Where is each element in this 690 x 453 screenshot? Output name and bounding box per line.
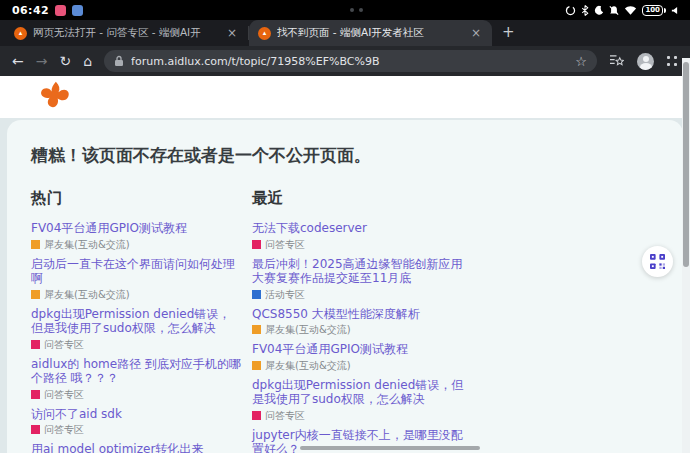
topic-link[interactable]: FV04平台通用GPIO测试教程 [252,342,466,357]
topic-category[interactable]: 问答专区 [31,389,241,400]
category-color-square [31,290,40,299]
category-color-square [31,240,40,249]
topic-item: 最后冲刺！2025高通边缘智能创新应用大赛复赛作品提交延至11月底 活动专区 [252,257,466,300]
data-saver-icon [565,5,576,16]
topic-item: FV04平台通用GPIO测试教程 犀友集(互动&交流) [252,342,466,371]
category-color-square [252,325,261,334]
topic-link[interactable]: 访问不了aid sdk [31,407,241,422]
wifi-icon [624,5,637,16]
toolbar-right [609,52,678,71]
topic-item: 访问不了aid sdk 问答专区 [31,407,241,436]
tab-strip: ▴ 网页无法打开 - 问答专区 - 端侧AI开 × ▴ 找不到页面 - 端侧AI… [0,20,690,46]
bookmark-star-icon[interactable]: ☆ [575,54,587,69]
topic-link[interactable]: 最后冲刺！2025高通边缘智能创新应用大赛复赛作品提交延至11月底 [252,257,466,286]
address-bar[interactable]: forum.aidlux.com/t/topic/71958%EF%BC%9B … [104,50,597,72]
tab-title: 网页无法打开 - 问答专区 - 端侧AI开 [33,26,219,40]
topic-link[interactable]: FV04平台通用GPIO测试教程 [31,221,241,236]
topic-item: 无法下载codeserver 问答专区 [252,221,466,250]
vertical-scrollbar-thumb[interactable] [683,62,689,267]
battery-icon: 100 [642,5,666,16]
category-color-square [31,425,40,434]
category-color-square [252,240,261,249]
menu-grid-icon[interactable] [667,56,678,67]
reload-icon[interactable]: ↻ [59,54,71,68]
topic-category[interactable]: 犀友集(互动&交流) [31,239,241,250]
topic-category[interactable]: 问答专区 [31,339,241,350]
topic-item: 启动后一直卡在这个界面请问如何处理啊 犀友集(互动&交流) [31,257,241,300]
qr-code-widget[interactable] [642,246,673,277]
clock: 06:42 [12,4,49,17]
topic-link[interactable]: dpkg出现Permission denied错误，但是我使用了sudo权限，怎… [252,378,466,407]
browser-toolbar: ← → ↻ ⌂ forum.aidlux.com/t/topic/71958%E… [0,46,690,76]
category-color-square [252,290,261,299]
topic-item: FV04平台通用GPIO测试教程 犀友集(互动&交流) [31,221,241,250]
page-title: 糟糕！该页面不存在或者是一个不公开页面。 [31,144,683,167]
hot-topics-column: 热门 FV04平台通用GPIO测试教程 犀友集(互动&交流) 启动后一直卡在这个… [31,188,241,453]
category-color-square [252,361,261,370]
topic-link[interactable]: aidlux的 home路径 到底对应手机的哪个路径 哦？？？ [31,357,241,386]
topic-item: 用ai model optimizer转化出来qnn2.36模型后缀是.aide… [31,442,241,453]
status-dots [350,8,363,12]
bluetooth-icon [581,5,589,16]
topic-item: dpkg出现Permission denied错误，但是我使用了sudo权限，怎… [31,307,241,350]
mute-bell-icon [609,5,619,16]
topic-category[interactable]: 犀友集(互动&交流) [31,289,241,300]
topic-link[interactable]: 无法下载codeserver [252,221,466,236]
category-color-square [31,390,40,399]
tab-page-not-found[interactable]: ▴ 找不到页面 - 端侧AI开发者社区 × [249,20,492,46]
new-tab-button[interactable]: + [502,23,515,41]
topic-item: aidlux的 home路径 到底对应手机的哪个路径 哦？？？ 问答专区 [31,357,241,400]
tab-title: 找不到页面 - 端侧AI开发者社区 [277,26,463,40]
aidlux-favicon: ▴ [14,27,27,40]
do-not-disturb-moon-icon [594,5,604,16]
qr-code-icon [650,254,665,269]
not-found-card: 糟糕！该页面不存在或者是一个不公开页面。 热门 FV04平台通用GPIO测试教程… [7,120,683,453]
battery-level: 100 [642,5,663,16]
aidlux-logo[interactable] [38,80,72,114]
topic-link[interactable]: 启动后一直卡在这个界面请问如何处理啊 [31,257,241,286]
site-header [0,76,690,118]
lock-icon [114,52,124,71]
topic-item: dpkg出现Permission denied错误，但是我使用了sudo权限，怎… [252,378,466,421]
topic-category[interactable]: 活动专区 [252,289,466,300]
topic-link[interactable]: 用ai model optimizer转化出来qnn2.36模型后缀是.aide… [31,442,241,453]
notification-app-icon-2 [72,5,83,16]
topic-columns: 热门 FV04平台通用GPIO测试教程 犀友集(互动&交流) 启动后一直卡在这个… [31,188,683,453]
notification-app-icon-1 [55,5,66,16]
section-title-hot: 热门 [31,188,241,209]
topic-category[interactable]: 问答专区 [31,424,241,435]
home-icon[interactable]: ⌂ [83,54,92,68]
topic-category[interactable]: 问答专区 [252,239,466,250]
bookmark-list-icon[interactable] [609,52,624,71]
url-text: forum.aidlux.com/t/topic/71958%EF%BC%9B [131,55,568,68]
browser-window: 06:42 100 [0,0,690,453]
section-title-recent: 最近 [252,188,466,209]
status-icons: 100 [565,5,678,16]
recent-topics-column: 最近 无法下载codeserver 问答专区 最后冲刺！2025高通边缘智能创新… [252,188,466,453]
topic-item: QCS8550 大模型性能深度解析 犀友集(互动&交流) [252,307,466,336]
profile-avatar[interactable] [637,53,654,70]
earphone-icon [671,6,678,15]
status-bar: 06:42 100 [0,0,690,20]
close-tab-icon[interactable]: × [469,26,483,40]
topic-category[interactable]: 犀友集(互动&交流) [252,324,466,335]
topic-category[interactable]: 问答专区 [252,410,466,421]
page-content: 糟糕！该页面不存在或者是一个不公开页面。 热门 FV04平台通用GPIO测试教程… [0,118,690,453]
category-color-square [252,411,261,420]
topic-link[interactable]: QCS8550 大模型性能深度解析 [252,307,466,322]
back-icon[interactable]: ← [12,54,24,68]
topic-category[interactable]: 犀友集(互动&交流) [252,360,466,371]
close-tab-icon[interactable]: × [225,26,239,40]
topic-link[interactable]: dpkg出现Permission denied错误，但是我使用了sudo权限，怎… [31,307,241,336]
category-color-square [31,340,40,349]
forward-icon[interactable]: → [36,54,48,68]
horizontal-scrollbar-thumb[interactable] [300,446,480,450]
tab-page-load-error[interactable]: ▴ 网页无法打开 - 问答专区 - 端侧AI开 × [5,20,248,46]
aidlux-favicon: ▴ [258,27,271,40]
